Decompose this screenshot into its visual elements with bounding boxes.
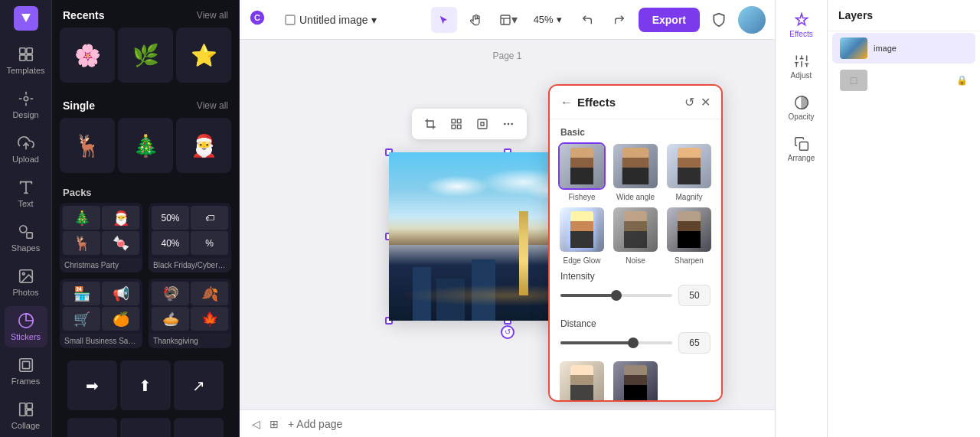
svg-rect-14 <box>19 403 24 416</box>
sticker-wave-1[interactable]: 〰 <box>67 418 117 437</box>
effect-sharpen2[interactable]: Sharpen <box>611 360 660 402</box>
recents-header: Recents View all <box>52 0 239 28</box>
bottom-tool-3[interactable]: + Add page <box>288 418 342 430</box>
single-sticker-1[interactable]: 🦌 <box>60 118 115 173</box>
effect-edgeglow[interactable]: Edge Glow <box>557 206 606 265</box>
effect-tender[interactable]: Tender <box>557 360 606 402</box>
recent-sticker-2[interactable]: 🌿 <box>118 28 173 83</box>
undo-button[interactable] <box>574 7 600 33</box>
effect-noise[interactable]: Noise <box>611 206 660 265</box>
distance-slider-fill <box>560 341 633 344</box>
sidebar-label-stickers: Stickers <box>11 332 41 341</box>
bottom-tool-1[interactable]: ◁ <box>252 418 260 430</box>
doc-name-button[interactable]: Untitled image ▾ <box>278 11 383 29</box>
sidebar-item-photos[interactable]: Photos <box>5 262 47 303</box>
pack-name-smallbiz: Small Business Saturd... <box>60 334 142 348</box>
intensity-slider-track[interactable] <box>560 294 672 297</box>
crop-button[interactable] <box>420 113 441 135</box>
pack-item-1: 🎄 <box>63 206 100 230</box>
svg-rect-27 <box>478 119 487 129</box>
sticker-rows: ➡ ⬆ ↗ 〰 ✦ • <box>52 356 239 437</box>
right-panel-effects[interactable]: Effects <box>780 6 823 44</box>
right-panel-opacity[interactable]: Opacity <box>780 89 823 127</box>
recent-sticker-3[interactable]: ⭐ <box>176 28 231 83</box>
layer-item-bg[interactable]: □ 🔒 <box>832 65 975 96</box>
select-tool-button[interactable] <box>431 7 457 33</box>
redo-button[interactable] <box>606 7 632 33</box>
distance-value[interactable]: 65 <box>678 332 710 354</box>
pack-item-14: 🍂 <box>191 282 228 305</box>
pack-preview-thanksgiving: 🦃 🍂 🥧 🍁 <box>149 279 231 334</box>
zoom-value: 45% <box>534 14 554 25</box>
sidebar-item-stickers[interactable]: Stickers <box>5 306 47 347</box>
page-label: Page 1 <box>492 51 521 61</box>
effects-close-button[interactable]: ✕ <box>701 95 710 109</box>
pack-item-5: 50% <box>152 206 189 230</box>
sticker-wave-2[interactable]: ✦ <box>120 418 170 437</box>
layers-header: Layers <box>828 0 980 31</box>
sidebar-item-design[interactable]: Design <box>5 84 47 126</box>
pack-card-christmas[interactable]: 🎄 🎅 🦌 🍬 Christmas Party <box>60 203 142 272</box>
export-button[interactable]: Export <box>639 8 700 32</box>
pack-preview-smallbiz: 🏪 📢 🛒 🍊 <box>60 279 142 334</box>
sidebar-item-frames[interactable]: Frames <box>5 351 47 392</box>
layer-lock-icon: 🔒 <box>956 75 968 86</box>
single-sticker-3[interactable]: 🎅 <box>176 118 231 173</box>
rotate-handle[interactable]: ↺ <box>501 325 514 339</box>
distance-label: Distance <box>560 318 710 329</box>
right-panel-adjust[interactable]: Adjust <box>780 47 823 86</box>
effects-back-button[interactable]: ← <box>560 96 573 109</box>
layout-tool-button[interactable]: ▾ <box>495 7 521 33</box>
sidebar-label-upload: Upload <box>12 155 39 164</box>
sidebar-label-templates: Templates <box>6 66 44 75</box>
sticker-yellow-arrow[interactable]: ⬆ <box>120 360 170 410</box>
sticker-pink-arrow[interactable]: ↗ <box>174 360 224 410</box>
svg-point-8 <box>19 226 26 233</box>
more-button[interactable] <box>498 113 519 135</box>
grid-button[interactable] <box>446 113 467 135</box>
recent-sticker-1[interactable]: 🌸 <box>60 28 115 83</box>
hand-icon <box>470 14 482 26</box>
effect-wideangle[interactable]: Wide angle <box>611 142 660 201</box>
sidebar-item-upload[interactable]: Upload <box>5 129 47 170</box>
pack-card-smallbiz[interactable]: 🏪 📢 🛒 🍊 Small Business Saturd... <box>60 279 142 348</box>
sidebar-item-text[interactable]: Text <box>5 173 47 214</box>
pack-card-thanksgiving[interactable]: 🦃 🍂 🥧 🍁 Thanksgiving <box>149 279 231 348</box>
layers-panel: Layers image □ 🔒 <box>827 0 980 437</box>
intensity-slider-thumb[interactable] <box>611 290 622 301</box>
svg-rect-26 <box>457 125 461 129</box>
recents-view-all[interactable]: View all <box>197 10 228 21</box>
pack-name-thanksgiving: Thanksgiving <box>149 334 231 348</box>
sidebar-item-templates[interactable]: Templates <box>5 40 47 81</box>
stickers-panel: Recents View all 🌸 🌿 ⭐ Single View all 🦌… <box>52 0 240 437</box>
replace-button[interactable] <box>472 113 493 135</box>
sticker-row-1: ➡ ⬆ ↗ <box>60 360 231 415</box>
shield-button[interactable] <box>706 7 732 33</box>
distance-slider-thumb[interactable] <box>628 338 639 348</box>
more-icon <box>502 118 514 130</box>
sidebar-item-collage[interactable]: Collage <box>5 395 47 436</box>
single-sticker-2[interactable]: 🎄 <box>118 118 173 173</box>
zoom-selector[interactable]: 45% ▾ <box>528 11 568 28</box>
effect-sharpen[interactable]: Sharpen <box>665 206 714 265</box>
layer-name-image: image <box>874 44 897 53</box>
svg-text:C: C <box>254 13 260 22</box>
effects-refresh-button[interactable]: ↺ <box>684 95 694 109</box>
sidebar-item-shapes[interactable]: Shapes <box>5 217 47 259</box>
pack-card-blackfriday[interactable]: 50% 🏷 40% % Black Friday/Cyber M... <box>149 203 231 272</box>
distance-slider-track[interactable] <box>560 341 672 344</box>
sticker-green-arrow[interactable]: ➡ <box>67 360 117 410</box>
effect-fisheye[interactable]: Fisheye <box>557 142 606 201</box>
layer-item-image[interactable]: image <box>832 33 975 64</box>
pack-item-16: 🍁 <box>191 307 228 331</box>
single-view-all[interactable]: View all <box>197 100 228 111</box>
bottom-tool-2[interactable]: ⊞ <box>270 418 279 430</box>
right-panel-arrange[interactable]: Arrange <box>780 130 823 168</box>
sticker-dot[interactable]: • <box>174 418 224 437</box>
app-logo[interactable] <box>14 6 38 31</box>
avatar[interactable] <box>738 6 766 34</box>
hand-tool-button[interactable] <box>463 7 489 33</box>
effect-magnify[interactable]: Magnify <box>665 142 714 201</box>
svg-rect-12 <box>19 359 32 372</box>
intensity-value[interactable]: 50 <box>678 285 710 306</box>
